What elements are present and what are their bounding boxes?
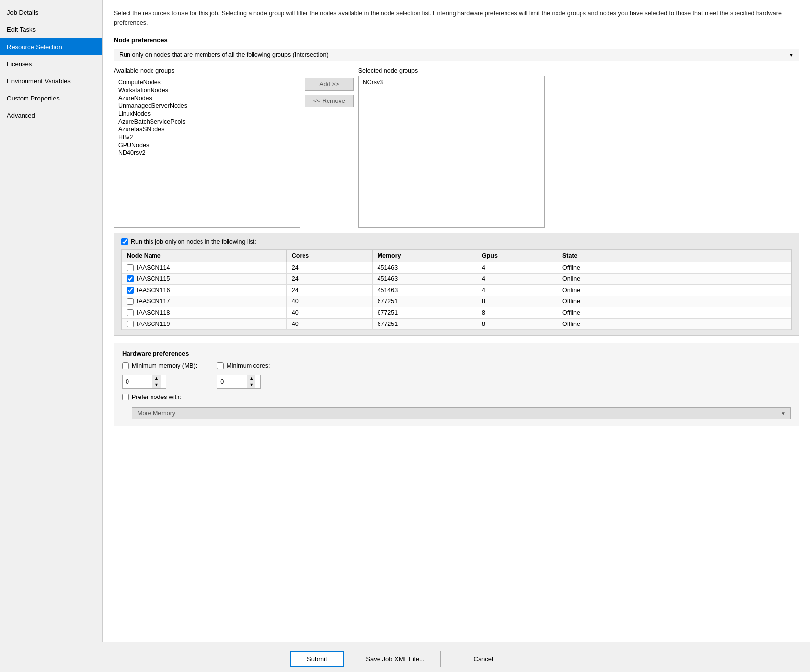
node-preferences-title: Node preferences xyxy=(114,36,799,44)
list-item[interactable]: WorkstationNodes xyxy=(117,86,297,94)
col-header-cores: Cores xyxy=(286,249,372,262)
min-cores-arrows: ▲ ▼ xyxy=(247,375,255,388)
node-group-filter-dropdown[interactable]: Run only on nodes that are members of al… xyxy=(114,49,799,61)
list-item[interactable]: LinuxNodes xyxy=(117,110,297,118)
dropdown-chevron-icon xyxy=(789,51,794,58)
submit-button[interactable]: Submit xyxy=(290,651,344,667)
row-checkbox[interactable] xyxy=(127,287,134,294)
sidebar-item-licenses[interactable]: Licenses xyxy=(0,55,102,73)
cancel-button[interactable]: Cancel xyxy=(447,651,520,667)
row-checkbox[interactable] xyxy=(127,264,134,271)
table-row[interactable]: IAASCN114244514634Offline xyxy=(122,262,791,273)
available-node-groups-col: Available node groups ComputeNodesWorkst… xyxy=(114,67,300,228)
prefer-nodes-checkbox[interactable] xyxy=(122,394,129,400)
table-row[interactable]: IAASCN118406772518Offline xyxy=(122,307,791,318)
list-item[interactable]: GPUNodes xyxy=(117,141,297,149)
list-item[interactable]: AzureNodes xyxy=(117,94,297,102)
row-checkbox[interactable] xyxy=(127,275,134,282)
selected-node-groups-list[interactable]: NCrsv3 xyxy=(358,76,545,228)
min-cores-col: Minimum cores: ▲ ▼ xyxy=(217,362,270,389)
prefer-nodes-label[interactable]: Prefer nodes with: xyxy=(122,394,181,400)
col-header-name: Node Name xyxy=(122,249,287,262)
col-header-gpus: Gpus xyxy=(477,249,557,262)
sidebar: Job DetailsEdit TasksResource SelectionL… xyxy=(0,0,103,642)
hw-row-1: Minimum memory (MB): ▲ ▼ xyxy=(122,362,791,389)
table-row[interactable]: IAASCN117406772518Offline xyxy=(122,296,791,307)
save-xml-button[interactable]: Save Job XML File... xyxy=(350,651,440,667)
min-cores-input[interactable] xyxy=(217,377,247,387)
remove-button[interactable]: << Remove xyxy=(305,95,354,107)
selected-col-label: Selected node groups xyxy=(358,67,545,74)
nodes-table-wrapper[interactable]: Node Name Cores Memory Gpus State IAASCN… xyxy=(121,249,792,330)
run-following-checkbox-label[interactable]: Run this job only on nodes in the follow… xyxy=(121,238,792,245)
app-container: Job DetailsEdit TasksResource SelectionL… xyxy=(0,0,810,672)
list-item[interactable]: ComputeNodes xyxy=(117,78,297,86)
col-header-extra xyxy=(644,249,791,262)
sidebar-item-edit-tasks[interactable]: Edit Tasks xyxy=(0,21,102,38)
main-content: Job DetailsEdit TasksResource SelectionL… xyxy=(0,0,810,642)
list-item[interactable]: HBv2 xyxy=(117,133,297,141)
min-cores-down[interactable]: ▼ xyxy=(247,382,255,388)
sidebar-item-job-details[interactable]: Job Details xyxy=(0,4,102,21)
min-memory-col: Minimum memory (MB): ▲ ▼ xyxy=(122,362,197,389)
min-memory-label[interactable]: Minimum memory (MB): xyxy=(122,362,197,369)
selected-node-groups-col: Selected node groups NCrsv3 xyxy=(358,67,545,228)
run-following-section: Run this job only on nodes in the follow… xyxy=(114,233,799,336)
list-item[interactable]: NCrsv3 xyxy=(362,78,541,86)
sidebar-item-advanced[interactable]: Advanced xyxy=(0,107,102,124)
min-cores-up[interactable]: ▲ xyxy=(247,375,255,382)
main-panel: Select the resources to use for this job… xyxy=(103,0,810,642)
list-item[interactable]: AzureBatchServicePools xyxy=(117,118,297,125)
prefer-nodes-dropdown[interactable]: More Memory xyxy=(132,407,791,419)
min-memory-arrows: ▲ ▼ xyxy=(152,375,161,388)
run-following-checkbox[interactable] xyxy=(121,238,128,245)
min-memory-up[interactable]: ▲ xyxy=(152,375,161,382)
min-memory-checkbox[interactable] xyxy=(122,362,129,369)
min-cores-label[interactable]: Minimum cores: xyxy=(217,362,270,369)
available-col-label: Available node groups xyxy=(114,67,300,74)
node-groups-area: Available node groups ComputeNodesWorkst… xyxy=(114,67,799,228)
min-memory-spinbox[interactable]: ▲ ▼ xyxy=(122,375,166,389)
min-memory-down[interactable]: ▼ xyxy=(152,382,161,388)
min-cores-spinbox[interactable]: ▲ ▼ xyxy=(217,375,261,389)
min-cores-checkbox[interactable] xyxy=(217,362,224,369)
list-item[interactable]: ND40rsv2 xyxy=(117,149,297,157)
row-checkbox[interactable] xyxy=(127,321,134,327)
run-following-label-text: Run this job only on nodes in the follow… xyxy=(131,238,256,245)
nodes-table: Node Name Cores Memory Gpus State IAASCN… xyxy=(122,249,791,330)
table-row[interactable]: IAASCN119406772518Offline xyxy=(122,318,791,329)
description-text: Select the resources to use for this job… xyxy=(114,9,799,27)
col-header-memory: Memory xyxy=(372,249,477,262)
min-memory-input[interactable] xyxy=(123,377,152,387)
list-item[interactable]: AzureIaaSNodes xyxy=(117,125,297,133)
row-checkbox[interactable] xyxy=(127,309,134,316)
row-checkbox[interactable] xyxy=(127,298,134,305)
footer-buttons: Submit Save Job XML File... Cancel xyxy=(0,642,810,672)
available-node-groups-list[interactable]: ComputeNodesWorkstationNodesAzureNodesUn… xyxy=(114,76,300,228)
table-row[interactable]: IAASCN115244514634Online xyxy=(122,273,791,284)
list-item[interactable]: UnmanagedServerNodes xyxy=(117,102,297,110)
table-row[interactable]: IAASCN116244514634Online xyxy=(122,284,791,296)
sidebar-item-resource-selection[interactable]: Resource Selection xyxy=(0,38,102,55)
prefer-nodes-row: Prefer nodes with: xyxy=(122,394,791,404)
sidebar-item-environment-variables[interactable]: Environment Variables xyxy=(0,73,102,90)
col-header-state: State xyxy=(557,249,644,262)
prefer-dropdown-chevron-icon xyxy=(781,410,785,417)
add-remove-col: Add >> << Remove xyxy=(305,67,354,107)
sidebar-item-custom-properties[interactable]: Custom Properties xyxy=(0,90,102,107)
add-button[interactable]: Add >> xyxy=(305,78,354,91)
hardware-preferences-section: Hardware preferences Minimum memory (MB)… xyxy=(114,343,799,426)
hw-prefs-title: Hardware preferences xyxy=(122,350,791,357)
